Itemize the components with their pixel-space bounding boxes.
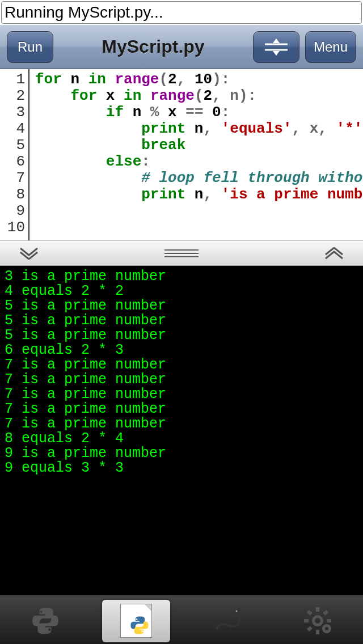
tab-script[interactable] — [193, 600, 261, 642]
svg-point-5 — [236, 611, 238, 612]
chevron-down-icon — [19, 247, 39, 260]
tab-interpreter[interactable] — [11, 600, 79, 642]
gear-icon — [303, 606, 332, 635]
line-number-gutter: 12345678910 — [0, 69, 29, 240]
svg-rect-10 — [323, 610, 328, 616]
svg-rect-12 — [307, 610, 313, 616]
status-text: Running MyScript.py... — [5, 3, 163, 22]
svg-rect-9 — [327, 619, 331, 622]
python-icon — [130, 616, 149, 635]
nav-bar: Run MyScript.py Menu — [0, 25, 363, 69]
chevron-up-icon — [324, 247, 344, 260]
svg-marker-3 — [273, 51, 280, 56]
code-content[interactable]: for n in range(2, 10): for x in range(2,… — [29, 69, 363, 240]
svg-point-15 — [325, 627, 328, 630]
tab-editor[interactable] — [102, 600, 170, 642]
svg-rect-11 — [307, 626, 313, 632]
output-console[interactable]: 3 is a prime number 4 equals 2 * 2 5 is … — [0, 266, 363, 595]
document-icon — [120, 604, 152, 638]
status-bar: Running MyScript.py... — [1, 1, 362, 24]
tab-settings[interactable] — [284, 600, 352, 642]
pane-divider[interactable] — [0, 240, 363, 266]
svg-rect-8 — [304, 619, 309, 622]
tab-bar — [0, 595, 363, 644]
code-editor[interactable]: 12345678910 for n in range(2, 10): for x… — [0, 69, 363, 240]
drag-grip-icon — [164, 249, 199, 257]
menu-button[interactable]: Menu — [305, 31, 356, 63]
run-button[interactable]: Run — [7, 31, 53, 63]
split-view-button[interactable] — [253, 31, 299, 63]
split-arrows-icon — [264, 39, 289, 56]
snake-icon — [211, 607, 243, 634]
svg-rect-6 — [316, 607, 319, 612]
svg-marker-2 — [273, 39, 280, 43]
svg-rect-7 — [316, 630, 319, 634]
file-title: MyScript.py — [102, 36, 204, 57]
python-icon — [31, 607, 60, 635]
